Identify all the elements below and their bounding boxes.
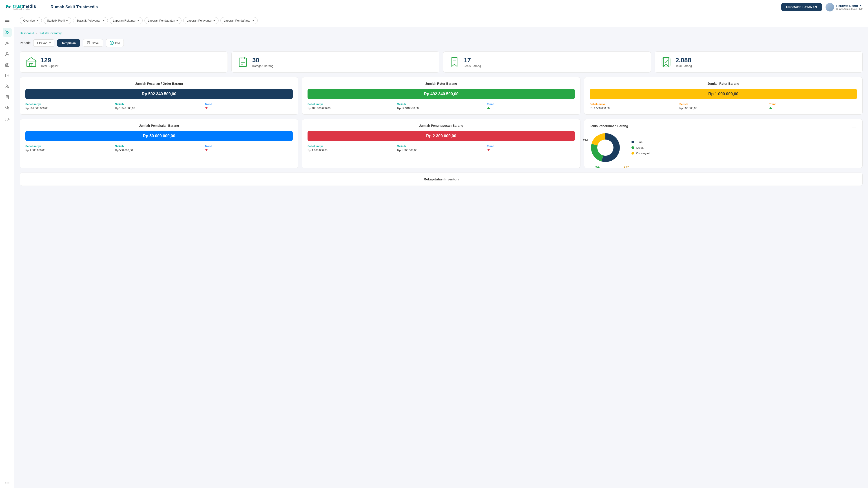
info-button[interactable]: i Info [106, 39, 124, 47]
metric-amount-retur-yellow: Rp 1.000.000,00 [590, 89, 857, 99]
sidebar-person-icon[interactable] [3, 50, 12, 58]
rekap-card: Rekapitulasi Inventori [20, 173, 863, 186]
sidebar-clipboard-icon[interactable] [3, 93, 12, 101]
svg-point-27 [89, 43, 90, 43]
metric-card-penghapusan: Jumlah Penghapusan Barang Rp 2.300.000,0… [302, 119, 581, 168]
metric-stat-selisih-pesanan: Selisih Rp 1.340.500,00 [115, 103, 203, 110]
svg-rect-31 [239, 58, 246, 66]
trend-label-retur-green: Trend [487, 103, 575, 106]
metric-amount-pesanan: Rp 502.340.500,00 [25, 89, 293, 99]
sebelumnya-label-pesanan: Sebelumnya [25, 103, 113, 106]
metric-card-retur-yellow: Jumlah Retur Barang Rp 1.000.000,00 Sebe… [584, 77, 863, 115]
metric-stat-selisih-retur-green: Selisih Rp 12.340.500,00 [397, 103, 485, 110]
nav-laporan-rekanan[interactable]: Laporan Rekanan [110, 17, 143, 24]
rekap-title: Rekapitulasi Inventori [25, 177, 857, 181]
metric-title-penghapusan: Jumlah Penghapusan Barang [308, 124, 575, 127]
sidebar-user-add-icon[interactable] [3, 82, 12, 91]
donut-container: 774 354 297 [590, 132, 857, 163]
svg-rect-1 [5, 20, 9, 21]
svg-point-19 [8, 109, 9, 110]
nav-bar: Overview Statistik Profil Statistik Pela… [14, 14, 868, 27]
info-circle-icon: i [110, 41, 114, 45]
header: trustmedis healthtech solution Rumah Sak… [0, 0, 868, 14]
metric-stats-pemakaian: Sebelumnya Rp 1.500.000,00 Selisih Rp 50… [25, 145, 293, 152]
metric-stat-sebelumnya-pemakaian: Sebelumnya Rp 1.500.000,00 [25, 145, 113, 152]
nav-statistik-pelayanan[interactable]: Statistik Pelayanan [73, 17, 108, 24]
sidebar-hamburger-menu[interactable] [3, 17, 12, 26]
metric-stat-trend-retur-yellow: Trend [769, 103, 857, 110]
legend-label-tunai: Tunai [636, 141, 643, 144]
metrics-row-2: Jumlah Pemakaian Barang Rp 50.000.000,00… [20, 119, 863, 168]
stat-card-supplier: 129 Total Supplier [20, 52, 228, 72]
sidebar-ambulance-icon[interactable] [3, 114, 12, 123]
metric-stats-penghapusan: Sebelumnya Rp 1.000.000,00 Selisih Rp 1.… [308, 145, 575, 152]
metric-stat-trend-pesanan: Trend [205, 103, 293, 110]
svg-rect-26 [88, 43, 89, 44]
trend-down-pemakaian [205, 149, 208, 151]
stat-card-jenis: 17 Jenis Barang [443, 52, 651, 72]
donut-chart-area: 774 354 297 [590, 132, 621, 163]
selisih-val-retur-green: Rp 12.340.500,00 [397, 107, 485, 110]
donut-card: Jenis Penerimaan Barang 774 354 297 [584, 119, 863, 168]
selisih-val-pemakaian: Rp 500.000,00 [115, 149, 203, 152]
nav-statistik-profil-chevron [66, 20, 68, 21]
stat-label-kategori: Kategori Barang [252, 64, 273, 68]
metric-title-pesanan: Jumlah Pesanan / Order Barang [25, 82, 293, 85]
periode-value: 1 Pekan [37, 41, 48, 45]
breadcrumb-dashboard[interactable]: Dashboard [20, 31, 34, 35]
stat-info-kategori: 30 Kategori Barang [252, 57, 273, 68]
sidebar-camera-icon[interactable] [3, 60, 12, 69]
periode-select[interactable]: 1 Pekan [33, 39, 54, 47]
bookmark-icon [448, 56, 460, 68]
nav-laporan-rekanan-chevron [137, 20, 139, 21]
stat-number-supplier: 129 [41, 57, 58, 64]
selisih-label-retur-green: Selisih [397, 103, 485, 106]
stat-label-total-barang: Total Barang [676, 64, 692, 68]
metric-stat-selisih-retur-yellow: Selisih Rp 500.000,00 [679, 103, 767, 110]
legend-dot-tunai [631, 141, 634, 143]
donut-svg [590, 132, 621, 163]
metric-stat-sebelumnya-pesanan: Sebelumnya Rp 501.000.000,00 [25, 103, 113, 110]
metric-card-pemakaian: Jumlah Pemakaian Barang Rp 50.000.000,00… [20, 119, 298, 168]
metric-stat-sebelumnya-penghapusan: Sebelumnya Rp 1.000.000,00 [308, 145, 395, 152]
nav-laporan-pendaftaran-chevron [252, 20, 254, 21]
breadcrumb: Dashboard › Statistik Inventory [20, 31, 863, 35]
tampilkan-button[interactable]: Tampilkan [57, 39, 80, 47]
header-right: UPGRADE LAYANAN Perawat Demo Super Admin… [781, 3, 863, 11]
avatar [826, 3, 834, 11]
nav-laporan-pendapatan[interactable]: Laporan Pendapatan [145, 17, 182, 24]
trend-label-penghapusan: Trend [487, 145, 575, 148]
stat-card-total-barang: 2.088 Total Barang [655, 52, 863, 72]
logo-divider [43, 3, 43, 11]
nav-laporan-pendaftaran[interactable]: Laporan Pendaftaran [220, 17, 258, 24]
sidebar-idcard-icon[interactable] [3, 71, 12, 80]
user-info: Perawat Demo Super Admin | Non Shift [836, 4, 863, 10]
sidebar-plus-icon[interactable] [3, 28, 12, 37]
donut-menu-icon[interactable] [851, 124, 857, 128]
checked-bookmark-icon [660, 56, 672, 68]
sidebar-tools-icon[interactable] [3, 39, 12, 48]
metric-card-pesanan: Jumlah Pesanan / Order Barang Rp 502.340… [20, 77, 298, 115]
metric-title-retur-yellow: Jumlah Retur Barang [590, 82, 857, 85]
toolbar: Periode 1 Pekan Tampilkan Cetak i Info [20, 39, 863, 47]
upgrade-button[interactable]: UPGRADE LAYANAN [781, 3, 822, 11]
sidebar [0, 14, 14, 195]
legend-label-konsinyasi: Konsinyasi [636, 152, 650, 155]
cetak-button[interactable]: Cetak [83, 39, 103, 47]
metric-stat-sebelumnya-retur-green: Sebelumnya Rp 480.000.000,00 [308, 103, 395, 110]
logo: trustmedis healthtech solution [5, 4, 36, 10]
metric-stat-trend-penghapusan: Trend [487, 145, 575, 152]
sidebar-stethoscope-icon[interactable] [3, 103, 12, 112]
nav-laporan-pelayanan-chevron [213, 20, 215, 21]
trend-label-pemakaian: Trend [205, 145, 293, 148]
nav-statistik-profil[interactable]: Statistik Profil [43, 17, 71, 24]
selisih-val-penghapusan: Rp 1.300.000,00 [397, 149, 485, 152]
trend-label-pesanan: Trend [205, 103, 293, 106]
user-name[interactable]: Perawat Demo [836, 4, 863, 8]
sebelumnya-val-retur-yellow: Rp 1.500.000,00 [590, 107, 678, 110]
nav-laporan-pelayanan[interactable]: Laporan Pelayanan [183, 17, 219, 24]
legend-item-kredit: Kredit [631, 146, 650, 149]
trend-up-retur-green [487, 107, 490, 109]
nav-overview[interactable]: Overview [20, 17, 42, 24]
stat-label-jenis: Jenis Barang [464, 64, 481, 68]
